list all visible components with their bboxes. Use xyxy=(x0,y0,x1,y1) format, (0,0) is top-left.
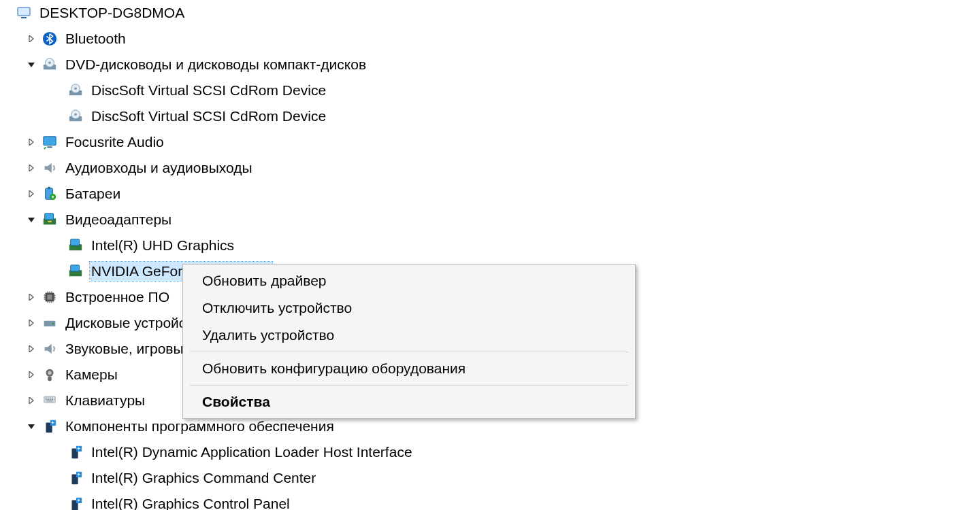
device-label: DiscSoft Virtual SCSI CdRom Device xyxy=(91,108,330,124)
chevron-right-icon[interactable] xyxy=(26,163,37,173)
device-item[interactable]: DiscSoft Virtual SCSI CdRom Device xyxy=(0,103,980,129)
chevron-right-icon[interactable] xyxy=(26,343,37,354)
svg-rect-25 xyxy=(47,294,52,299)
svg-rect-21 xyxy=(71,239,80,245)
svg-point-11 xyxy=(74,113,77,116)
device-intel-uhd[interactable]: Intel(R) UHD Graphics xyxy=(0,233,980,258)
svg-rect-15 xyxy=(48,187,50,189)
category-dvd[interactable]: DVD-дисководы и дисководы компакт-дисков xyxy=(0,52,980,78)
device-tree: DESKTOP-DG8DMOA Bluetooth DVD-дисководы … xyxy=(0,0,980,510)
svg-rect-12 xyxy=(44,137,56,146)
camera-icon xyxy=(41,366,59,384)
device-item[interactable]: Intel(R) Graphics Control Panel xyxy=(0,491,980,510)
category-label: Focusrite Audio xyxy=(65,134,168,150)
device-label: DiscSoft Virtual SCSI CdRom Device xyxy=(91,82,330,99)
chevron-right-icon[interactable] xyxy=(26,395,37,406)
speaker-icon xyxy=(41,159,59,177)
svg-rect-1 xyxy=(21,17,27,18)
software-component-icon xyxy=(67,495,84,510)
device-item[interactable]: DiscSoft Virtual SCSI CdRom Device xyxy=(0,78,980,103)
svg-rect-18 xyxy=(45,214,54,220)
display-adapter-icon xyxy=(67,262,84,280)
chevron-right-icon[interactable] xyxy=(26,318,37,328)
svg-rect-13 xyxy=(47,146,52,148)
software-component-icon xyxy=(67,443,84,461)
chevron-right-icon[interactable] xyxy=(26,292,37,303)
chip-icon xyxy=(41,288,59,306)
optical-drive-icon xyxy=(41,56,59,73)
category-audio-io[interactable]: Аудиовходы и аудиовыходы xyxy=(0,155,980,181)
menu-scan-hardware[interactable]: Обновить конфигурацию оборудования xyxy=(184,355,634,382)
speaker-icon xyxy=(41,340,59,358)
chevron-right-icon[interactable] xyxy=(26,369,37,380)
category-label: Клавиатуры xyxy=(65,392,149,409)
tree-root-label: DESKTOP-DG8DMOA xyxy=(39,5,189,21)
category-label: Bluetooth xyxy=(65,31,130,47)
computer-icon xyxy=(15,4,33,22)
svg-rect-30 xyxy=(48,377,52,381)
svg-point-8 xyxy=(74,87,77,90)
display-adapter-icon xyxy=(67,237,84,254)
device-label: Intel(R) Dynamic Application Loader Host… xyxy=(91,444,416,460)
tree-root[interactable]: DESKTOP-DG8DMOA xyxy=(0,0,980,26)
svg-rect-23 xyxy=(71,265,80,271)
category-label: Камеры xyxy=(65,367,122,383)
svg-point-27 xyxy=(52,323,54,325)
keyboard-icon xyxy=(41,392,59,409)
hdd-icon xyxy=(41,314,59,332)
monitor-icon xyxy=(41,133,59,151)
display-adapter-icon xyxy=(41,211,59,228)
optical-drive-icon xyxy=(67,107,84,125)
category-label: Видеоадаптеры xyxy=(65,211,176,228)
device-label: Intel(R) UHD Graphics xyxy=(91,237,238,254)
category-label: Компоненты программного обеспечения xyxy=(65,418,338,435)
category-label: DVD-дисководы и дисководы компакт-дисков xyxy=(65,56,370,73)
category-label: Батареи xyxy=(65,186,125,202)
chevron-right-icon[interactable] xyxy=(26,188,37,199)
bluetooth-icon xyxy=(41,30,59,48)
chevron-right-icon[interactable] xyxy=(26,137,37,148)
menu-properties[interactable]: Свойства xyxy=(184,388,634,415)
category-focusrite[interactable]: Focusrite Audio xyxy=(0,129,980,155)
menu-separator xyxy=(190,385,628,386)
category-batteries[interactable]: Батареи xyxy=(0,181,980,207)
menu-separator xyxy=(190,352,628,352)
category-label: Аудиовходы и аудиовыходы xyxy=(65,160,257,176)
svg-point-5 xyxy=(48,61,51,64)
svg-rect-19 xyxy=(48,221,52,222)
svg-point-29 xyxy=(48,371,52,375)
device-item[interactable]: Intel(R) Graphics Command Center xyxy=(0,465,980,491)
device-label: Intel(R) Graphics Command Center xyxy=(91,470,320,486)
category-label: Звуковые, игровые xyxy=(65,341,195,357)
device-item[interactable]: Intel(R) Dynamic Application Loader Host… xyxy=(0,439,980,465)
category-bluetooth[interactable]: Bluetooth xyxy=(0,26,980,52)
software-component-icon xyxy=(41,418,59,435)
battery-icon xyxy=(41,185,59,203)
chevron-down-icon[interactable] xyxy=(26,421,37,432)
chevron-right-icon[interactable] xyxy=(26,33,37,44)
menu-uninstall-device[interactable]: Удалить устройство xyxy=(184,322,634,349)
svg-rect-0 xyxy=(18,7,30,16)
chevron-down-icon[interactable] xyxy=(26,59,37,70)
chevron-down-icon[interactable] xyxy=(26,214,37,225)
device-label: Intel(R) Graphics Control Panel xyxy=(91,496,294,510)
context-menu: Обновить драйвер Отключить устройство Уд… xyxy=(182,264,636,419)
category-display-adapters[interactable]: Видеоадаптеры xyxy=(0,207,980,233)
menu-update-driver[interactable]: Обновить драйвер xyxy=(184,267,634,294)
category-label: Встроенное ПО xyxy=(65,289,174,305)
optical-drive-icon xyxy=(67,82,84,99)
software-component-icon xyxy=(67,469,84,487)
menu-disable-device[interactable]: Отключить устройство xyxy=(184,294,634,322)
